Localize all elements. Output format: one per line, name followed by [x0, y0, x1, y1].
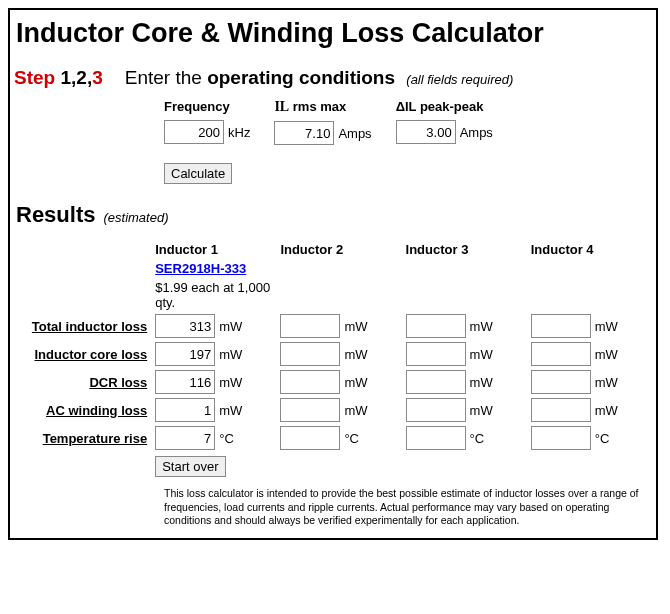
total-loss-2[interactable]	[280, 314, 340, 338]
ac-loss-4[interactable]	[531, 398, 591, 422]
price-row: $1.99 each at 1,000 qty.	[16, 278, 652, 312]
row-label-dcr: DCR loss	[16, 368, 151, 396]
il-rms-group: IL rms max Amps	[274, 99, 371, 145]
start-over-row: Start over	[16, 452, 652, 479]
temp-rise-3[interactable]	[406, 426, 466, 450]
il-rms-label: IL rms max	[274, 99, 371, 115]
col-header-4: Inductor 4	[527, 240, 652, 259]
table-row: Total inductor loss mW mW mW mW	[16, 312, 652, 340]
table-row: Inductor core loss mW mW mW mW	[16, 340, 652, 368]
col-header-3: Inductor 3	[402, 240, 527, 259]
table-row: Temperature rise °C °C °C °C	[16, 424, 652, 452]
footnote-text: This loss calculator is intended to prov…	[164, 487, 644, 528]
ac-loss-1[interactable]	[155, 398, 215, 422]
dcr-loss-4[interactable]	[531, 370, 591, 394]
operating-conditions: Frequency kHz IL rms max Amps ΔIL peak-p…	[164, 99, 652, 145]
core-loss-4[interactable]	[531, 342, 591, 366]
frequency-group: Frequency kHz	[164, 99, 250, 145]
col-header-1: Inductor 1	[151, 240, 276, 259]
calculator-frame: Inductor Core & Winding Loss Calculator …	[8, 8, 658, 540]
delta-il-group: ΔIL peak-peak Amps	[396, 99, 493, 145]
results-heading: Results(estimated)	[16, 202, 652, 228]
total-loss-4[interactable]	[531, 314, 591, 338]
dcr-loss-3[interactable]	[406, 370, 466, 394]
step-label: Step 1,2,3	[14, 67, 103, 89]
core-loss-2[interactable]	[280, 342, 340, 366]
row-label-total: Total inductor loss	[16, 312, 151, 340]
delta-il-label: ΔIL peak-peak	[396, 99, 493, 114]
price-text: $1.99 each at 1,000 qty.	[151, 278, 276, 312]
ac-loss-2[interactable]	[280, 398, 340, 422]
page-title: Inductor Core & Winding Loss Calculator	[16, 18, 652, 49]
total-loss-3[interactable]	[406, 314, 466, 338]
table-header-row: Inductor 1 Inductor 2 Inductor 3 Inducto…	[16, 240, 652, 259]
row-label-core: Inductor core loss	[16, 340, 151, 368]
col-header-2: Inductor 2	[276, 240, 401, 259]
il-rms-input[interactable]	[274, 121, 334, 145]
table-row: AC winding loss mW mW mW mW	[16, 396, 652, 424]
calculate-button[interactable]: Calculate	[164, 163, 232, 184]
frequency-label: Frequency	[164, 99, 250, 114]
step-row: Step 1,2,3 Enter the operating condition…	[14, 67, 652, 89]
dcr-loss-2[interactable]	[280, 370, 340, 394]
il-rms-unit: Amps	[338, 126, 371, 141]
results-table: Inductor 1 Inductor 2 Inductor 3 Inducto…	[16, 240, 652, 479]
part-link[interactable]: SER2918H-333	[155, 261, 246, 276]
dcr-loss-1[interactable]	[155, 370, 215, 394]
total-loss-1[interactable]	[155, 314, 215, 338]
table-row: DCR loss mW mW mW mW	[16, 368, 652, 396]
temp-rise-1[interactable]	[155, 426, 215, 450]
temp-rise-2[interactable]	[280, 426, 340, 450]
delta-il-input[interactable]	[396, 120, 456, 144]
start-over-button[interactable]: Start over	[155, 456, 225, 477]
frequency-input[interactable]	[164, 120, 224, 144]
row-label-ac: AC winding loss	[16, 396, 151, 424]
core-loss-3[interactable]	[406, 342, 466, 366]
step-prompt: Enter the operating conditions (all fiel…	[125, 67, 514, 89]
part-row: SER2918H-333	[16, 259, 652, 278]
frequency-unit: kHz	[228, 125, 250, 140]
core-loss-1[interactable]	[155, 342, 215, 366]
row-label-temp: Temperature rise	[16, 424, 151, 452]
ac-loss-3[interactable]	[406, 398, 466, 422]
temp-rise-4[interactable]	[531, 426, 591, 450]
delta-il-unit: Amps	[460, 125, 493, 140]
